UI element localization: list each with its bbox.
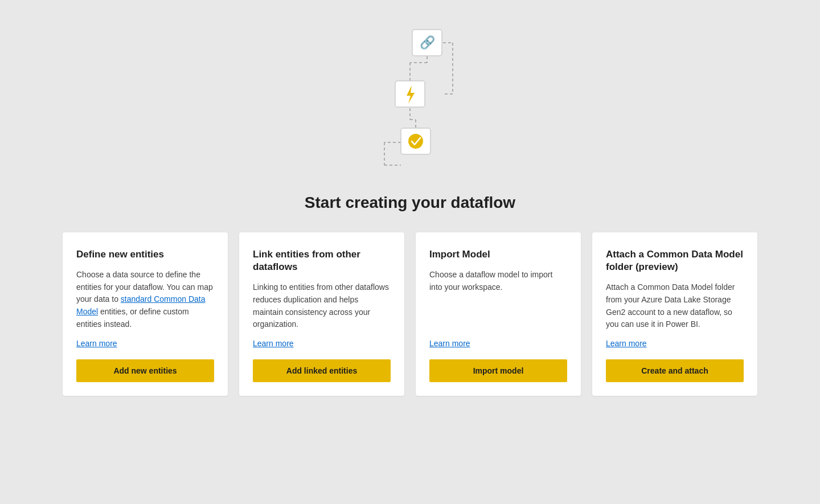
learn-more-import[interactable]: Learn more bbox=[429, 339, 567, 348]
cards-row: Define new entities Choose a data source… bbox=[57, 232, 763, 396]
card-body-define: Choose a data source to define the entit… bbox=[76, 269, 214, 331]
learn-more-link[interactable]: Learn more bbox=[253, 339, 391, 348]
add-new-entities-button[interactable]: Add new entities bbox=[76, 359, 214, 382]
card-body-import: Choose a dataflow model to import into y… bbox=[429, 269, 567, 331]
create-and-attach-button[interactable]: Create and attach bbox=[606, 359, 744, 382]
learn-more-define[interactable]: Learn more bbox=[76, 339, 214, 348]
svg-point-17 bbox=[408, 134, 423, 149]
card-attach-cdm: Attach a Common Data Model folder (previ… bbox=[592, 232, 757, 396]
card-import-model: Import Model Choose a dataflow model to … bbox=[416, 232, 581, 396]
page-title: Start creating your dataflow bbox=[305, 194, 515, 212]
card-title-attach: Attach a Common Data Model folder (previ… bbox=[606, 248, 744, 273]
import-model-button[interactable]: Import model bbox=[429, 359, 567, 382]
dataflow-illustration: 🔗 bbox=[353, 11, 467, 182]
card-title-import: Import Model bbox=[429, 248, 567, 261]
card-title-define: Define new entities bbox=[76, 248, 214, 261]
card-define-new-entities: Define new entities Choose a data source… bbox=[63, 232, 228, 396]
card-body-attach: Attach a Common Data Model folder from y… bbox=[606, 281, 744, 331]
standard-cdm-link[interactable]: standard Common Data Model bbox=[76, 294, 205, 316]
card-title-link: Link entities from other dataflows bbox=[253, 248, 391, 273]
card-body-link: Linking to entities from other dataflows… bbox=[253, 281, 391, 331]
page-container: 🔗 Start creating your dataflow Define ne… bbox=[0, 0, 820, 504]
learn-more-attach[interactable]: Learn more bbox=[606, 339, 744, 348]
add-linked-entities-button[interactable]: Add linked entities bbox=[253, 359, 391, 382]
card-link-entities: Link entities from other dataflows Linki… bbox=[239, 232, 404, 396]
svg-text:🔗: 🔗 bbox=[420, 35, 436, 50]
